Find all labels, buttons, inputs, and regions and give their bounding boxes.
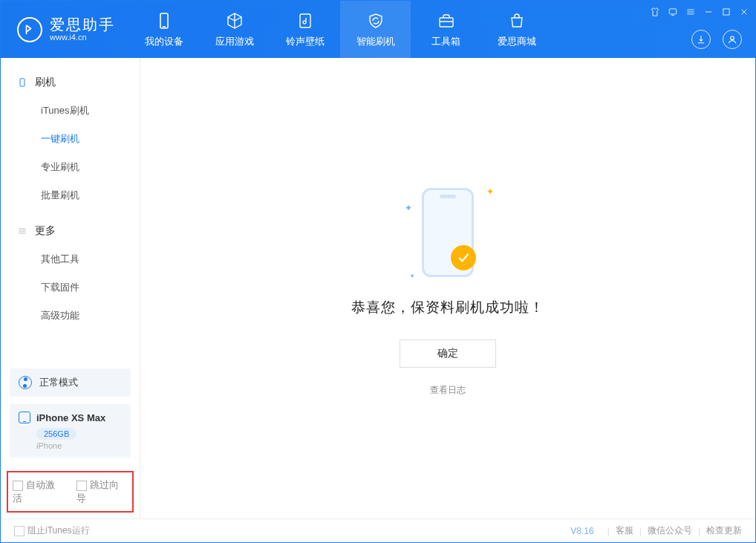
- tab-flash[interactable]: 智能刷机: [340, 1, 411, 58]
- device-type: iPhone: [36, 441, 122, 450]
- phone-icon: [17, 77, 27, 88]
- block-itunes-label: 阻止iTunes运行: [27, 525, 90, 536]
- tab-store[interactable]: 爱思商城: [481, 1, 552, 58]
- shirt-icon[interactable]: [650, 7, 660, 17]
- feedback-icon[interactable]: [668, 7, 678, 17]
- mode-label: 正常模式: [39, 376, 78, 389]
- phone-outline-icon: [422, 188, 474, 277]
- minimize-icon[interactable]: [703, 7, 714, 17]
- check-update-link[interactable]: 检查更新: [706, 524, 742, 537]
- sparkle-icon: ✦: [486, 186, 494, 197]
- bag-icon: [507, 11, 527, 30]
- cube-icon: [225, 11, 244, 30]
- sidebar-item-pro-flash[interactable]: 专业刷机: [1, 153, 140, 181]
- auto-activate-checkbox[interactable]: 自动激活: [13, 478, 65, 505]
- device-name: iPhone XS Max: [36, 412, 105, 423]
- user-button[interactable]: [723, 30, 742, 49]
- sidebar-item-advanced[interactable]: 高级功能: [1, 302, 140, 330]
- tab-toolbox[interactable]: 工具箱: [411, 1, 481, 58]
- version-label: V8.16: [570, 526, 593, 536]
- main-content: ✦ ✦ • 恭喜您，保资料刷机成功啦！ 确定 查看日志: [140, 58, 755, 518]
- sidebar-group-flash: 刷机: [1, 71, 140, 97]
- svg-rect-9: [723, 9, 729, 15]
- view-log-link[interactable]: 查看日志: [430, 384, 466, 397]
- tab-label: 智能刷机: [356, 35, 395, 48]
- tab-apps-games[interactable]: 应用游戏: [199, 1, 270, 58]
- toolbox-icon: [437, 11, 456, 30]
- app-title: 爱思助手: [50, 16, 115, 33]
- tab-label: 我的设备: [145, 35, 183, 48]
- app-logo: 爱思助手 www.i4.cn: [1, 16, 128, 42]
- sidebar-item-download-firmware[interactable]: 下载固件: [1, 273, 140, 302]
- top-tabs: 我的设备 应用游戏 铃声壁纸 智能刷机 工具箱 爱思商城: [128, 1, 552, 58]
- header-actions: [691, 30, 742, 49]
- svg-rect-13: [20, 79, 25, 87]
- menu-icon[interactable]: [685, 7, 696, 17]
- group-title: 刷机: [35, 76, 56, 89]
- tab-my-device[interactable]: 我的设备: [128, 1, 199, 58]
- sidebar-item-itunes-flash[interactable]: iTunes刷机: [1, 97, 140, 125]
- sparkle-icon: ✦: [405, 203, 412, 213]
- mode-icon: [19, 376, 32, 389]
- logo-icon: [17, 17, 42, 42]
- sidebar-item-batch-flash[interactable]: 批量刷机: [1, 181, 140, 209]
- refresh-shield-icon: [366, 11, 385, 30]
- svg-rect-3: [440, 18, 453, 27]
- window-controls: [650, 7, 749, 17]
- sidebar-item-other-tools[interactable]: 其他工具: [1, 245, 140, 273]
- skip-guide-checkbox[interactable]: 跳过向导: [76, 478, 128, 505]
- wechat-link[interactable]: 微信公众号: [648, 524, 692, 537]
- sparkle-icon: •: [411, 271, 414, 282]
- success-message: 恭喜您，保资料刷机成功啦！: [351, 298, 544, 317]
- device-small-icon: [19, 412, 30, 423]
- tab-ringtones[interactable]: 铃声壁纸: [270, 1, 340, 58]
- device-box[interactable]: iPhone XS Max 256GB iPhone: [10, 404, 131, 458]
- success-illustration: ✦ ✦ •: [403, 181, 492, 284]
- sidebar-item-oneclick-flash[interactable]: 一键刷机: [1, 125, 140, 153]
- maximize-icon[interactable]: [721, 7, 731, 17]
- status-bar: 阻止iTunes运行 V8.16 | 客服 | 微信公众号 | 检查更新: [1, 518, 755, 542]
- sidebar-group-more: 更多: [1, 220, 140, 245]
- svg-point-12: [731, 36, 734, 40]
- svg-rect-4: [669, 9, 676, 14]
- list-icon: [17, 226, 27, 236]
- music-file-icon: [296, 11, 315, 30]
- device-icon: [154, 11, 174, 30]
- tab-label: 工具箱: [431, 35, 460, 48]
- ok-button[interactable]: 确定: [400, 339, 496, 368]
- check-badge-icon: [451, 245, 476, 270]
- close-icon[interactable]: [739, 7, 749, 17]
- support-link[interactable]: 客服: [616, 524, 633, 537]
- app-subtitle: www.i4.cn: [50, 33, 115, 42]
- group-title: 更多: [35, 224, 56, 238]
- app-header: 爱思助手 www.i4.cn 我的设备 应用游戏 铃声壁纸 智能刷机 工具箱 爱…: [1, 1, 755, 58]
- tab-label: 应用游戏: [215, 35, 254, 48]
- tab-label: 爱思商城: [498, 35, 536, 48]
- sidebar: 刷机 iTunes刷机 一键刷机 专业刷机 批量刷机 更多 其他工具 下载固件 …: [1, 58, 140, 518]
- device-storage: 256GB: [36, 428, 76, 440]
- options-highlight-box: 自动激活 跳过向导: [7, 471, 134, 513]
- download-button[interactable]: [691, 30, 711, 49]
- tab-label: 铃声壁纸: [286, 35, 325, 48]
- mode-box[interactable]: 正常模式: [10, 368, 131, 397]
- block-itunes-checkbox[interactable]: 阻止iTunes运行: [14, 524, 90, 537]
- svg-rect-0: [160, 13, 168, 28]
